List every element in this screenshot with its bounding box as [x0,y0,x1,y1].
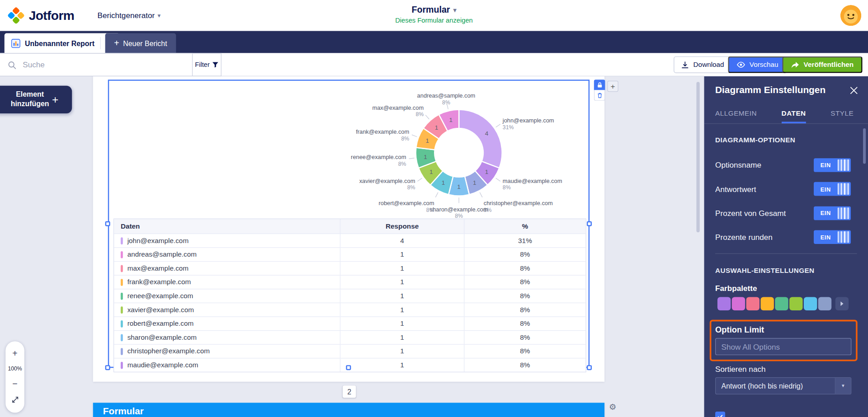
panel-tab-daten[interactable]: DATEN [782,104,806,123]
cell-label-text: xavier@example.com [127,306,194,314]
toggle-knob [838,207,850,219]
label-leader-line [496,124,500,127]
fullscreen-button[interactable] [11,396,19,405]
add-element-here-button[interactable]: + [607,81,618,92]
label-leader-line [496,178,500,181]
download-button[interactable]: Download [674,56,732,73]
panel-scrollbar[interactable] [863,128,866,164]
slice-value-label: 1 [449,117,452,123]
search-icon [8,61,16,69]
cell-response: 1 [340,248,464,261]
color-swatch-4[interactable] [760,297,774,310]
toggle-switch[interactable]: EIN [814,230,851,244]
toggle-row: AntwortwertEIN [715,182,851,196]
form-title-menu[interactable]: Formular ▾ [395,5,473,15]
toggle-label: Prozente runden [715,233,773,242]
cell-response: 1 [340,345,464,358]
selection-handle-left[interactable] [105,221,110,226]
check-icon [717,413,724,417]
cell-response: 1 [340,289,464,302]
table-header-row: DatenResponse% [114,219,585,234]
view-form-link[interactable]: Dieses Formular anzeigen [395,17,473,24]
row-color-chip [121,292,123,300]
toggle-label: Antwortwert [715,184,756,193]
color-swatch-6[interactable] [789,297,802,310]
cell-response: 1 [340,303,464,316]
slice-percent-label: 8% [442,99,450,106]
new-report-button[interactable]: + Neuer Bericht [105,33,176,53]
slice-value-label: 1 [426,137,429,144]
sort-by-value: Antwort (hoch bis niedrig) [716,382,835,390]
funnel-icon [212,61,219,68]
slice-label: frank@example.com [356,128,409,135]
toggle-switch[interactable]: EIN [814,182,851,196]
color-palette-label: Farbpalette [715,284,757,293]
chart-element-selection[interactable]: 4john@example.com31%1maudie@example.com8… [108,80,590,368]
toggle-switch[interactable]: EIN [814,206,851,220]
search-input[interactable] [22,60,168,70]
filter-label: Filter [195,61,210,69]
toggle-knob [838,231,850,243]
zoom-level: 100% [8,365,22,371]
add-element-button[interactable]: Element hinzufügen + [0,86,72,113]
color-swatch-1[interactable] [717,297,731,310]
slice-percent-label: 8% [398,161,406,167]
canvas-scrollbar[interactable] [696,82,699,232]
selection-handle-bottom-right[interactable] [587,365,592,370]
toggle-knob [838,159,850,171]
toggle-switch[interactable]: EIN [814,158,851,172]
palette-next-button[interactable] [835,297,849,310]
cell-percent: 8% [464,317,585,330]
slice-value-label: 1 [424,154,427,160]
option-limit-select[interactable]: Show All Options [715,338,851,355]
chevron-down-icon: ▼ [835,378,851,394]
panel-tabs: ALLGEMEINDATENSTYLE [704,104,868,124]
color-swatch-3[interactable] [746,297,760,310]
selection-handle-right[interactable] [587,221,592,226]
topbar: Jotform Berichtgenerator ▾ Formular ▾ Di… [0,0,868,31]
color-swatch-5[interactable] [775,297,788,310]
checkbox[interactable] [715,412,725,417]
gear-icon[interactable]: ⚙ [609,402,616,412]
delete-element-button[interactable] [594,90,605,101]
close-panel-button[interactable] [848,84,859,95]
donut-slice [459,109,502,168]
lock-element-button[interactable] [594,80,605,90]
donut-chart: 4john@example.com31%1maudie@example.com8… [297,87,618,220]
zoom-in-button[interactable]: + [12,349,17,358]
cell-percent: 8% [464,276,585,289]
next-page-title: Formular [103,406,144,417]
cell-label: frank@example.com [114,276,340,289]
chart-settings-panel: Diagramm Einstellungen ALLGEMEINDATENSTY… [704,76,868,417]
zoom-out-button[interactable]: − [12,380,17,389]
cell-response: 1 [340,276,464,289]
avatar[interactable] [840,5,862,26]
panel-tab-allgemein[interactable]: ALLGEMEIN [715,104,757,123]
table-row: sharon@example.com18% [114,330,585,344]
selection-handle-bottom-center[interactable] [346,365,351,370]
publish-button[interactable]: Veröffentlichen [782,56,863,73]
toggle-state-label: EIN [814,234,838,240]
report-tab[interactable]: Unbenannter Report ⋮ [5,33,119,53]
jotform-logo[interactable]: Jotform [8,7,74,24]
row-color-chip [121,348,123,355]
filter-button[interactable]: Filter [193,53,222,76]
color-swatch-8[interactable] [818,297,831,310]
slice-percent-label: 8% [503,184,511,191]
sort-by-select[interactable]: Antwort (hoch bis niedrig) ▼ [715,377,851,394]
next-page-header: Formular [93,403,604,417]
toggle-row: Prozente rundenEIN [715,230,851,244]
color-swatch-7[interactable] [804,297,817,310]
panel-tab-style[interactable]: STYLE [830,104,854,123]
table-row: john@example.com431% [114,234,585,248]
color-swatch-2[interactable] [732,297,745,310]
selection-handle-bottom-left[interactable] [105,365,110,370]
row-color-chip [121,320,123,327]
cell-label: sharon@example.com [114,331,340,344]
cell-label: christopher@example.com [114,345,340,358]
cell-response: 1 [340,331,464,344]
product-menu[interactable]: Berichtgenerator ▾ [98,11,161,20]
slice-label: john@example.com [502,117,554,124]
preview-button[interactable]: Vorschau [728,56,787,73]
slice-value-label: 4 [485,130,489,137]
